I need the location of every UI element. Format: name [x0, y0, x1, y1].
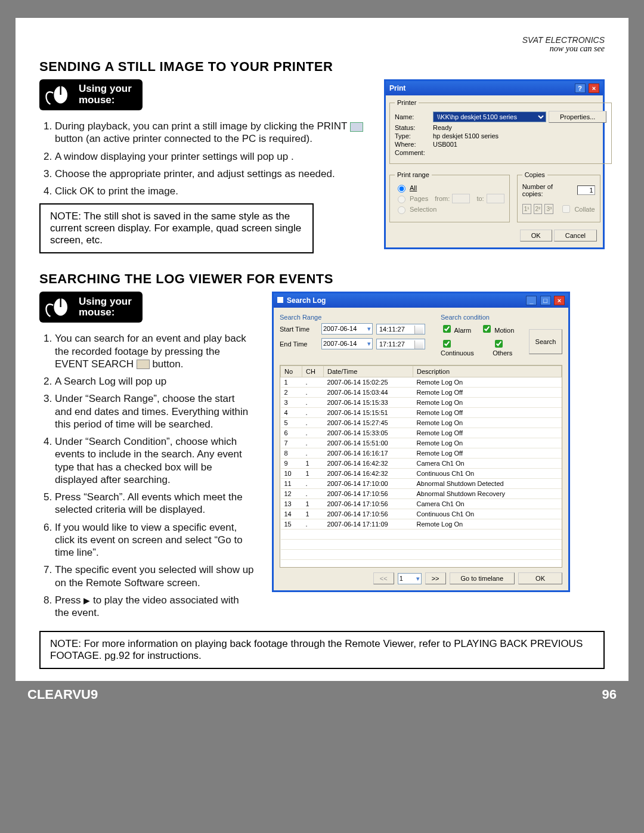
table-row[interactable]: 8.2007-06-14 16:16:17Remote Log Off	[281, 448, 562, 459]
maximize-icon[interactable]: □	[540, 296, 551, 305]
mouse-label: Using yourmouse:	[79, 83, 132, 106]
step: During playback, you can print a still i…	[55, 120, 366, 145]
to-label: to:	[476, 195, 484, 202]
copies-input[interactable]	[577, 185, 595, 195]
help-icon[interactable]: ?	[575, 83, 586, 93]
footer-model: CLEARVU9	[27, 687, 98, 702]
table-row	[281, 540, 562, 550]
mouse-hint: Using yourmouse:	[39, 79, 143, 110]
mouse-icon	[43, 295, 73, 319]
range-legend: Print range	[395, 171, 432, 178]
play-icon	[83, 594, 90, 606]
col-ch[interactable]: CH	[302, 366, 324, 377]
search-button[interactable]: Search	[529, 329, 562, 354]
print-titlebar: Print ? ×	[386, 81, 603, 95]
printer-group: Printer Name: \\KK\hp deskjet 5100 serie…	[389, 99, 612, 164]
table-row	[281, 550, 562, 560]
step: Under “Search Range”, choose the start a…	[55, 392, 254, 431]
step: Click OK to print the image.	[55, 185, 366, 197]
table-row[interactable]: 2.2007-06-14 15:03:44Remote Log Off	[281, 388, 562, 398]
note-box: NOTE: For more information on playing ba…	[39, 631, 605, 669]
footer-page: 96	[602, 687, 617, 702]
table-row[interactable]: 11.2007-06-14 17:10:00Abnormal Shutdown …	[281, 479, 562, 489]
ok-button[interactable]: OK	[518, 572, 562, 584]
step: Press to play the video associated with …	[55, 594, 254, 620]
lbl: Status:	[395, 124, 431, 131]
note-text: NOTE: The still shot is saved in the sam…	[50, 210, 301, 246]
end-label: End Time	[280, 340, 318, 348]
lbl: Comment:	[395, 149, 431, 156]
start-time[interactable]: 14:11:27	[376, 324, 425, 335]
radio-all[interactable]	[398, 185, 405, 193]
table-row[interactable]: 3.2007-06-14 15:15:33Remote Log On	[281, 398, 562, 408]
range-head: Search Range	[280, 314, 435, 321]
note-box: NOTE: The still shot is saved in the sam…	[39, 203, 314, 253]
table-row[interactable]: 12.2007-06-14 17:10:56Abnormal Shutdown …	[281, 489, 562, 499]
event-search-icon	[137, 360, 150, 369]
copies-legend: Copies	[522, 171, 547, 178]
table-row[interactable]: 15.2007-06-14 17:11:09Remote Log On	[281, 519, 562, 529]
val: USB001	[433, 141, 457, 148]
step: Choose the appropriate printer, and adju…	[55, 168, 366, 180]
table-row[interactable]: 1012007-06-14 16:42:32Continuous Ch1 On	[281, 469, 562, 479]
mouse-hint: Using yourmouse:	[39, 292, 143, 323]
pages-label: Pages	[410, 195, 428, 202]
start-date[interactable]: 2007-06-14▾	[321, 323, 373, 335]
name-label: Name:	[395, 113, 431, 120]
table-row[interactable]: 7.2007-06-14 15:51:00Remote Log On	[281, 438, 562, 448]
print-dialog: Print ? × Printer Name: \\KK\hp deskjet …	[384, 79, 605, 249]
table-row[interactable]: 1412007-06-14 17:10:56Continuous Ch1 On	[281, 509, 562, 519]
goto-button[interactable]: Go to timelane	[450, 572, 515, 584]
table-row	[281, 560, 562, 568]
close-icon[interactable]: ×	[554, 296, 565, 305]
properties-button[interactable]: Properties...	[549, 111, 606, 123]
step: You can search for an event and play bac…	[55, 332, 254, 370]
section1-title: SENDING A STILL IMAGE TO YOUR PRINTER	[39, 59, 605, 75]
all-label: All	[410, 184, 417, 191]
others-check[interactable]: Others	[493, 338, 523, 357]
table-row[interactable]: 4.2007-06-14 15:15:51Remote Log Off	[281, 408, 562, 418]
step: A window displaying your printer setting…	[55, 150, 366, 163]
prev-page[interactable]: <<	[373, 572, 394, 584]
section1-steps: During playback, you can print a still i…	[39, 120, 366, 197]
table-row[interactable]: 6.2007-06-14 15:33:05Remote Log Off	[281, 428, 562, 438]
motion-check[interactable]: Motion	[481, 323, 514, 335]
next-page[interactable]: >>	[425, 572, 446, 584]
close-icon[interactable]: ×	[589, 83, 599, 93]
ok-button[interactable]: OK	[520, 230, 552, 241]
to-input	[487, 194, 504, 203]
collate3-icon: 3³	[544, 204, 553, 214]
app-icon	[277, 297, 283, 303]
page-select[interactable]: 1 ▾	[398, 573, 422, 584]
selection-label: Selection	[410, 206, 436, 213]
collate1-icon: 1¹	[522, 204, 531, 214]
brand: SVAT ELECTRONICS now you can see	[39, 36, 605, 53]
collate-label: Collate	[574, 206, 595, 213]
printer-select[interactable]: \\KK\hp deskjet 5100 series	[433, 112, 546, 122]
val: hp deskjet 5100 series	[433, 132, 499, 140]
step: A Search Log will pop up	[55, 375, 254, 388]
collate2-icon: 2²	[534, 204, 543, 214]
table-row[interactable]: 912007-06-14 16:42:32Camera Ch1 On	[281, 459, 562, 469]
collate-check	[562, 205, 570, 213]
table-row[interactable]: 5.2007-06-14 15:27:45Remote Log On	[281, 418, 562, 428]
end-time[interactable]: 17:11:27	[376, 339, 425, 349]
cancel-button[interactable]: Cancel	[554, 230, 597, 241]
search-title: Search Log	[287, 296, 326, 305]
from-label: from:	[435, 195, 450, 202]
col-no[interactable]: No	[281, 366, 302, 377]
log-table: No CH Date/Time Description 1.2007-06-14…	[280, 366, 562, 568]
table-row[interactable]: 1312007-06-14 17:10:56Camera Ch1 On	[281, 499, 562, 509]
step: The specific event you selected will sho…	[55, 563, 254, 589]
col-desc[interactable]: Description	[413, 366, 562, 377]
lbl: Where:	[395, 141, 431, 148]
table-row[interactable]: 1.2007-06-14 15:02:25Remote Log On	[281, 377, 562, 388]
footer: CLEARVU9 96	[16, 681, 628, 708]
printer-legend: Printer	[395, 99, 419, 106]
continuous-check[interactable]: Continuous	[441, 338, 483, 357]
alarm-check[interactable]: Alarm	[441, 323, 471, 335]
minimize-icon[interactable]: _	[526, 296, 537, 305]
col-dt[interactable]: Date/Time	[324, 366, 413, 377]
brand-name: SVAT ELECTRONICS	[522, 35, 605, 45]
end-date[interactable]: 2007-06-14▾	[321, 338, 373, 349]
